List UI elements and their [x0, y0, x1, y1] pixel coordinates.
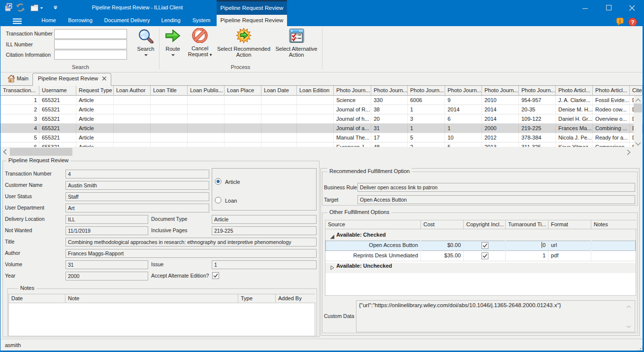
svg-text:?: ? — [631, 19, 634, 25]
svg-text:i: i — [619, 18, 621, 24]
